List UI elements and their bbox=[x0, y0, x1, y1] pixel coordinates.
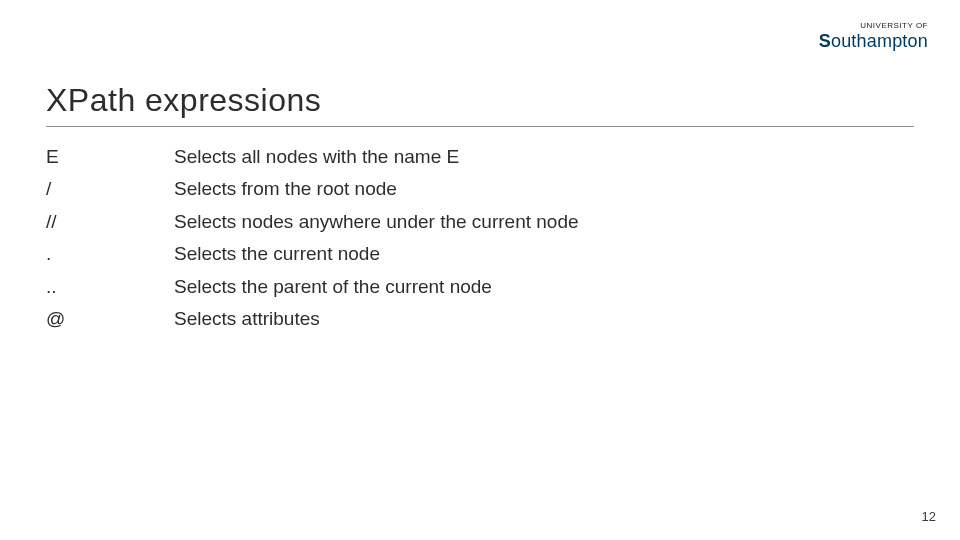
logo-rest: outhampton bbox=[831, 31, 928, 51]
page-number: 12 bbox=[922, 509, 936, 524]
xpath-description: Selects the current node bbox=[174, 239, 914, 269]
table-row: @ Selects attributes bbox=[46, 304, 914, 334]
xpath-description: Selects from the root node bbox=[174, 174, 914, 204]
xpath-description: Selects nodes anywhere under the current… bbox=[174, 207, 914, 237]
xpath-symbol: . bbox=[46, 239, 174, 269]
logo-prefix: S bbox=[819, 31, 831, 51]
table-row: E Selects all nodes with the name E bbox=[46, 142, 914, 172]
title-underline bbox=[46, 126, 914, 127]
xpath-description: Selects attributes bbox=[174, 304, 914, 334]
xpath-symbol: E bbox=[46, 142, 174, 172]
slide-title: XPath expressions bbox=[46, 82, 321, 125]
logo-top-line: UNIVERSITY OF bbox=[819, 22, 928, 30]
table-row: . Selects the current node bbox=[46, 239, 914, 269]
table-row: .. Selects the parent of the current nod… bbox=[46, 272, 914, 302]
expressions-table: E Selects all nodes with the name E / Se… bbox=[46, 142, 914, 336]
slide: UNIVERSITY OF Southampton XPath expressi… bbox=[0, 0, 960, 540]
table-row: // Selects nodes anywhere under the curr… bbox=[46, 207, 914, 237]
xpath-symbol: .. bbox=[46, 272, 174, 302]
xpath-symbol: @ bbox=[46, 304, 174, 334]
xpath-description: Selects the parent of the current node bbox=[174, 272, 914, 302]
table-row: / Selects from the root node bbox=[46, 174, 914, 204]
xpath-description: Selects all nodes with the name E bbox=[174, 142, 914, 172]
university-logo: UNIVERSITY OF Southampton bbox=[819, 22, 928, 50]
logo-main: Southampton bbox=[819, 32, 928, 50]
xpath-symbol: / bbox=[46, 174, 174, 204]
xpath-symbol: // bbox=[46, 207, 174, 237]
